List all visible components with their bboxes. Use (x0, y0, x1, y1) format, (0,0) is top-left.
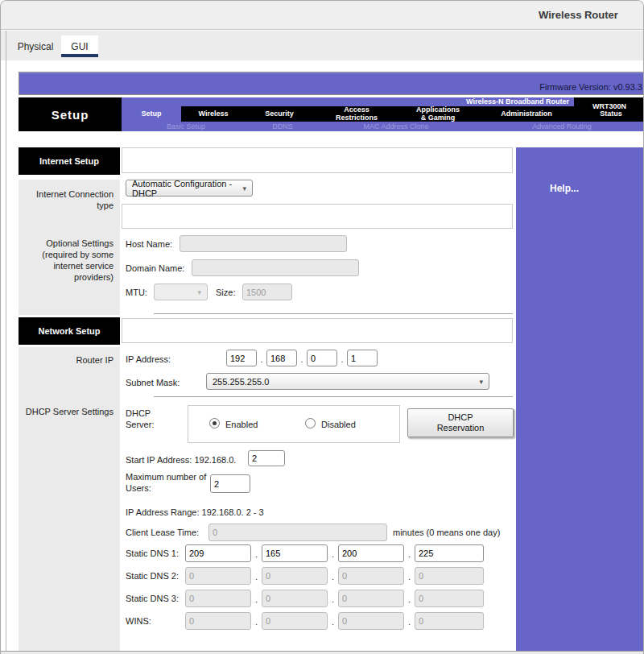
tab-physical[interactable]: Physical (10, 35, 60, 57)
wins-octet-3 (338, 612, 404, 630)
octet-separator (251, 546, 262, 561)
static-dns-1-octet-2[interactable] (262, 544, 328, 562)
internet-setup-box (122, 147, 513, 173)
static-dns-1-octet-1[interactable] (185, 544, 251, 562)
wins-octet-2 (262, 612, 328, 630)
octet-separator (297, 351, 307, 366)
tab-gui-label: GUI (71, 41, 88, 52)
static-dns-3-octet-1 (185, 590, 251, 607)
router-ip-octet-4[interactable] (347, 350, 378, 366)
router-nav: Setup Wireless-N Broadband Router WRT300… (19, 97, 644, 131)
internet-setup-header: Internet Setup (19, 147, 120, 175)
wireless-router-window: Wireless Router Physical GUI Firmware Ve… (0, 0, 644, 654)
tab-physical-label: Physical (18, 41, 54, 52)
bottom-strip (1, 651, 644, 654)
mtu-size-input (242, 284, 292, 300)
static-dns-3-label: Static DNS 3: (126, 594, 185, 603)
nav-tab-setup[interactable]: Setup (122, 106, 181, 122)
lease-time-input (208, 524, 387, 541)
static-dns-2-octet-1 (185, 567, 251, 585)
nav-tab-status-label: Status (600, 110, 622, 118)
brand-name: Wireless-N Broadband Router (466, 97, 569, 106)
router-ip-octet-3[interactable] (307, 350, 337, 366)
sub-link-mac-address-clone[interactable]: MAC Address Clone (363, 122, 428, 131)
host-name-label: Host Name: (126, 238, 172, 250)
wins-label: WINS: (126, 616, 185, 626)
internet-setup-header-label: Internet Setup (39, 156, 99, 166)
static-dns-1-octet-4[interactable] (415, 544, 484, 562)
brand-strip: Wireless-N Broadband Router WRT300N (122, 97, 644, 106)
wins-octet-4 (415, 612, 484, 630)
sub-link-advanced-routing[interactable]: Advanced Routing (532, 122, 592, 131)
nav-tab-access-restrictions-label: Access Restrictions (332, 106, 382, 122)
dhcp-server-label: DHCP Server: (126, 408, 174, 430)
nav-tab-applications-gaming-label: Applications & Gaming (413, 106, 463, 122)
octet-separator (257, 351, 266, 366)
sub-link-ddns[interactable]: DDNS (272, 122, 293, 131)
router-ip-side-label: Router IP (19, 354, 114, 366)
sub-link-basic-setup[interactable]: Basic Setup (167, 122, 205, 131)
subnet-mask-value: 255.255.255.0 (213, 377, 269, 387)
nav-tab-wireless[interactable]: Wireless (181, 106, 246, 122)
divider (154, 313, 513, 314)
octet-separator (328, 591, 338, 606)
static-dns-2-octet-3 (338, 567, 404, 585)
content-frame-line (6, 31, 6, 654)
model-box: WRT300N (574, 97, 644, 106)
nav-tab-security-label: Security (265, 110, 294, 118)
octet-separator (328, 546, 338, 561)
mtu-select (154, 284, 208, 300)
start-ip-input[interactable] (248, 450, 285, 466)
nav-tab-administration[interactable]: Administration (476, 106, 577, 122)
lease-time-suffix: minutes (0 means one day) (393, 527, 500, 538)
static-dns-1-octet-3[interactable] (338, 544, 404, 562)
start-ip-label: Start IP Address: 192.168.0. (126, 454, 236, 466)
firmware-version: Firmware Version: v0.93.3 (539, 82, 642, 92)
domain-name-input (192, 259, 359, 276)
static-dns-3-octet-4 (415, 590, 484, 607)
subnet-mask-select[interactable]: 255.255.255.0 (206, 373, 489, 390)
help-sidebar: Help... (516, 147, 644, 651)
nav-tab-applications-gaming[interactable]: Applications & Gaming (400, 106, 476, 122)
octet-separator (404, 569, 415, 583)
mtu-size-label: Size: (216, 287, 235, 298)
dhcp-reservation-button[interactable]: DHCP Reservation (407, 408, 514, 437)
help-link[interactable]: Help... (550, 183, 579, 194)
ip-address-label: IP Address: (126, 354, 171, 365)
dhcp-disabled-radio[interactable] (305, 418, 316, 428)
dhcp-enabled-radio[interactable] (209, 418, 220, 428)
static-dns-3-octet-3 (338, 590, 404, 607)
internet-connection-type-value: Automatic Configuration - DHCP (132, 179, 236, 198)
dhcp-enabled-label: Enabled (225, 420, 258, 429)
title-bar: Wireless Router (1, 1, 644, 30)
nav-tab-row: Setup Wireless Security Access Restricti… (122, 106, 644, 122)
connection-detail-box (122, 204, 513, 229)
nav-tab-security[interactable]: Security (246, 106, 313, 122)
basic-setup-page: Internet Setup Network Setup Internet Co… (19, 147, 644, 651)
static-dns-3-row: Static DNS 3: (126, 590, 484, 607)
internet-connection-type-select[interactable]: Automatic Configuration - DHCP (126, 180, 253, 197)
octet-separator (337, 351, 347, 366)
static-dns-1-label: Static DNS 1: (126, 548, 185, 558)
subnet-mask-label: Subnet Mask: (126, 377, 180, 388)
lease-time-label: Client Lease Time: (126, 527, 199, 538)
dhcp-disabled-label: Disabled (321, 420, 356, 429)
nav-right: Wireless-N Broadband Router WRT300N Setu… (122, 97, 644, 131)
host-name-input (180, 235, 347, 252)
static-dns-2-octet-2 (262, 567, 328, 585)
octet-separator (328, 614, 338, 628)
max-users-input[interactable] (210, 474, 250, 493)
static-dns-2-row: Static DNS 2: (126, 567, 484, 585)
device-tab-bar: Physical GUI (1, 31, 644, 60)
nav-tab-administration-label: Administration (501, 110, 552, 118)
sub-nav-row: Basic Setup DDNS MAC Address Clone Advan… (122, 122, 644, 131)
wins-octet-1 (185, 612, 251, 630)
firmware-banner: Firmware Version: v0.93.3 (19, 72, 644, 95)
router-ip-octet-2[interactable] (266, 350, 297, 366)
nav-tab-access-restrictions[interactable]: Access Restrictions (313, 106, 400, 122)
network-setup-header-label: Network Setup (38, 326, 100, 336)
mtu-label: MTU: (126, 287, 147, 298)
router-ip-octet-1[interactable] (226, 350, 257, 366)
wins-row: WINS: (126, 612, 484, 630)
optional-settings-side-label: Optional Settings (required by some inte… (19, 238, 114, 283)
